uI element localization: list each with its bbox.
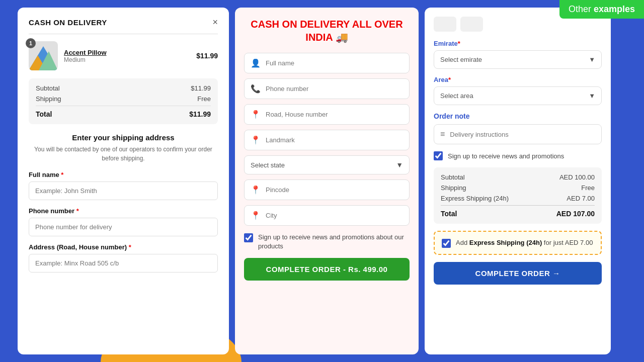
subtotal-row: Subtotal $11.99 xyxy=(36,84,211,92)
city-field: 📍 xyxy=(244,205,410,226)
emirate-placeholder: Select emirate xyxy=(440,56,482,63)
product-badge: 1 xyxy=(26,38,36,48)
shipping-row: Shipping Free xyxy=(36,95,211,103)
emirate-chevron-icon: ▼ xyxy=(589,56,595,63)
product-image-wrap: 1 xyxy=(29,41,58,70)
emirate-dropdown[interactable]: Select emirate ▼ xyxy=(434,50,602,69)
area-chevron-icon: ▼ xyxy=(589,92,595,100)
landmark-icon: 📍 xyxy=(251,135,261,145)
address-section-title: Enter your shipping address xyxy=(29,133,218,142)
signup-label: Sign up to receive news and promotions a… xyxy=(258,233,410,251)
product-row: 1 Accent Pillow Medium $11.99 xyxy=(29,41,218,70)
other-examples-badge[interactable]: Other examples xyxy=(559,0,644,19)
phone-icon: 📞 xyxy=(251,84,261,94)
left-panel: CASH ON DELIVERY × 1 Accent Pillow Mediu… xyxy=(18,8,229,354)
subtotal-value: $11.99 xyxy=(191,84,211,92)
landmark-input[interactable] xyxy=(266,136,403,144)
full-name-input[interactable] xyxy=(29,182,218,200)
chevron-down-icon: ▼ xyxy=(396,161,403,169)
express-banner: Add Express Shipping (24h) for just AED … xyxy=(434,231,602,255)
product-name: Accent Pillow xyxy=(64,49,190,56)
right-signup-label: Sign up to receive news and promotions xyxy=(448,152,564,160)
total-label: Total xyxy=(36,110,52,118)
middle-panel: CASH ON DELIVERY ALL OVER INDIA 🚚 👤 📞 📍 … xyxy=(235,8,419,354)
pincode-field: 📍 xyxy=(244,179,410,200)
product-variant: Medium xyxy=(64,56,190,63)
phone-label: Phone number * xyxy=(29,207,218,215)
right-subtotal-row: Subtotal AED 100.00 xyxy=(441,173,595,181)
subtotal-label: Subtotal xyxy=(36,84,60,92)
total-value: $11.99 xyxy=(189,110,211,118)
full-name-field: 👤 xyxy=(244,53,410,73)
area-required: * xyxy=(448,76,451,83)
address-input[interactable] xyxy=(29,254,218,273)
express-banner-text: Add Express Shipping (24h) for just AED … xyxy=(456,238,593,248)
complete-order-blue-button[interactable]: COMPLETE ORDER → xyxy=(434,262,602,285)
right-subtotal-value: AED 100.00 xyxy=(559,173,595,181)
area-placeholder: Select area xyxy=(440,92,473,100)
top-hint xyxy=(434,17,602,32)
signup-checkbox[interactable] xyxy=(244,233,253,242)
pin-icon: 📍 xyxy=(251,185,261,195)
right-express-row: Express Shipping (24h) AED 7.00 xyxy=(441,195,595,202)
signup-checkbox-row: Sign up to receive news and promotions a… xyxy=(244,233,410,251)
road-input[interactable] xyxy=(266,111,403,118)
address-required: * xyxy=(129,243,131,251)
landmark-field: 📍 xyxy=(244,130,410,150)
other-examples-text-normal: Other xyxy=(569,4,594,14)
right-total-label: Total xyxy=(441,210,457,218)
person-icon: 👤 xyxy=(251,58,261,68)
emirate-required: * xyxy=(458,40,460,47)
total-row: Total $11.99 xyxy=(36,106,211,118)
price-table: Subtotal $11.99 Shipping Free Total $11.… xyxy=(29,78,218,124)
right-express-label: Express Shipping (24h) xyxy=(441,195,509,202)
phone-required: * xyxy=(76,207,79,215)
express-shipping-checkbox[interactable] xyxy=(442,239,451,248)
right-shipping-label: Shipping xyxy=(441,184,466,192)
product-price: $11.99 xyxy=(196,52,218,60)
phone-input[interactable] xyxy=(29,218,218,236)
full-name-middle-input[interactable] xyxy=(266,59,403,67)
close-button[interactable]: × xyxy=(212,18,218,27)
right-signup-row: Sign up to receive news and promotions xyxy=(434,151,602,160)
left-panel-header: CASH ON DELIVERY × xyxy=(29,18,218,27)
road-field: 📍 xyxy=(244,104,410,125)
right-shipping-value: Free xyxy=(581,184,595,192)
delivery-instructions-input[interactable] xyxy=(450,131,595,138)
right-express-value: AED 7.00 xyxy=(567,195,595,202)
city-icon: 📍 xyxy=(251,211,261,220)
product-info: Accent Pillow Medium xyxy=(64,49,190,63)
divider xyxy=(29,34,218,34)
right-shipping-row: Shipping Free xyxy=(441,184,595,192)
hint-box-1 xyxy=(434,17,456,32)
right-signup-checkbox[interactable] xyxy=(434,151,443,160)
hint-box-2 xyxy=(460,17,483,32)
area-label: Area* xyxy=(434,76,602,83)
shipping-value: Free xyxy=(197,95,211,103)
delivery-instructions-field: ≡ xyxy=(434,124,602,144)
other-examples-text-bold: examples xyxy=(594,4,635,14)
right-total-row: Total AED 107.00 xyxy=(441,205,595,218)
address-label: Address (Road, House number) * xyxy=(29,243,218,251)
right-panel: Emirate* Select emirate ▼ Area* Select a… xyxy=(425,8,611,354)
right-total-value: AED 107.00 xyxy=(556,210,595,218)
area-dropdown[interactable]: Select area ▼ xyxy=(434,86,602,105)
state-placeholder: Select state xyxy=(251,161,285,169)
complete-order-button[interactable]: COMPLETE ORDER - Rs. 499.00 xyxy=(244,258,410,281)
city-input[interactable] xyxy=(266,212,403,219)
location-icon: 📍 xyxy=(251,110,261,119)
full-name-required: * xyxy=(61,171,63,178)
right-price-table: Subtotal AED 100.00 Shipping Free Expres… xyxy=(434,167,602,224)
order-note-label: Order note xyxy=(434,112,602,120)
middle-title: CASH ON DELIVERY ALL OVER INDIA 🚚 xyxy=(244,18,410,44)
emirate-label: Emirate* xyxy=(434,40,602,47)
right-subtotal-label: Subtotal xyxy=(441,173,465,181)
left-panel-title: CASH ON DELIVERY xyxy=(29,18,107,27)
phone-middle-input[interactable] xyxy=(266,85,403,93)
shipping-label: Shipping xyxy=(36,95,61,103)
state-select[interactable]: Select state ▼ xyxy=(244,155,410,174)
full-name-label: Full name * xyxy=(29,171,218,178)
list-icon: ≡ xyxy=(440,130,445,139)
address-section-subtitle: You will be contacted by one of our oper… xyxy=(29,145,218,163)
pincode-input[interactable] xyxy=(266,186,403,194)
